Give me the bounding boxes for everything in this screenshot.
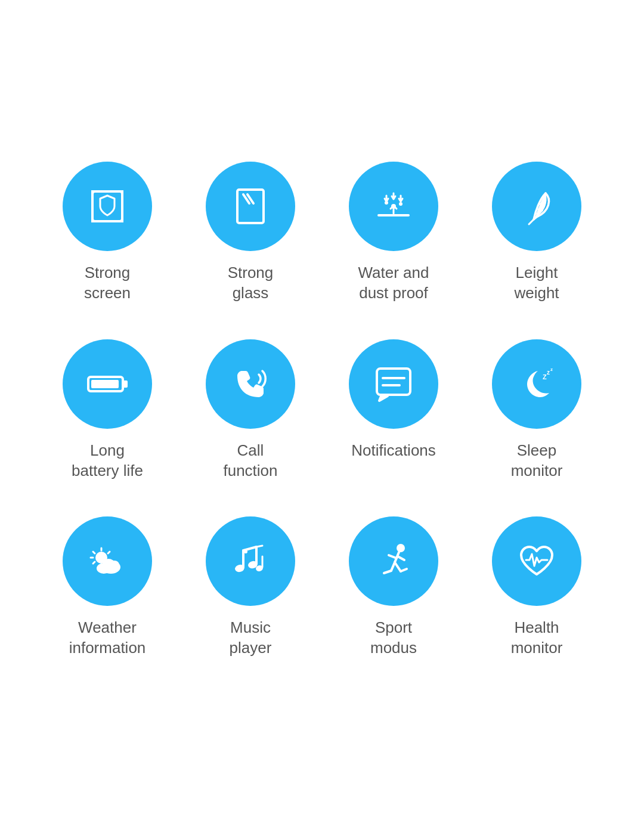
svg-point-7: [399, 202, 402, 206]
feature-notifications: Notifications: [334, 339, 453, 481]
svg-rect-17: [123, 380, 128, 388]
feature-call-function: Call function: [191, 339, 310, 481]
battery-icon-circle: [63, 339, 152, 429]
feature-strong-glass: Strong glass: [191, 162, 310, 304]
svg-point-34: [110, 561, 119, 569]
notifications-icon-circle: [349, 339, 438, 429]
svg-point-43: [244, 550, 247, 553]
music-player-label: Music player: [230, 618, 272, 658]
svg-point-44: [397, 544, 405, 552]
svg-text:z: z: [547, 369, 550, 376]
weather-information-label: Weather information: [69, 618, 146, 658]
long-battery-life-label: Long battery life: [72, 441, 143, 481]
weather-icon-circle: [63, 516, 152, 606]
svg-line-29: [93, 562, 95, 564]
light-weight-icon-circle: [492, 162, 581, 251]
svg-line-12: [529, 219, 534, 224]
svg-line-50: [391, 562, 395, 571]
sleep-icon-circle: Z z z: [492, 339, 581, 429]
sport-icon-circle: [349, 516, 438, 606]
strong-screen-label: Strong screen: [84, 263, 131, 304]
light-weight-label: Leight weight: [514, 263, 559, 304]
svg-rect-19: [377, 369, 410, 395]
strong-glass-icon: [227, 182, 274, 230]
sport-modus-label: Sport modus: [370, 618, 417, 658]
water-dust-proof-icon-circle: [349, 162, 438, 251]
feature-health-monitor: Health monitor: [477, 516, 596, 658]
notifications-icon: [370, 360, 417, 408]
sleep-icon: Z z z: [513, 360, 561, 408]
music-icon-circle: [206, 516, 295, 606]
water-dust-proof-icon: [370, 182, 417, 230]
feature-music-player: Music player: [191, 516, 310, 658]
feature-water-dust-proof: Water and dust proof: [334, 162, 453, 304]
health-icon-circle: [492, 516, 581, 606]
feature-strong-screen: Strong screen: [48, 162, 167, 304]
strong-glass-label: Strong glass: [228, 263, 274, 304]
feature-long-battery-life: Long battery life: [48, 339, 167, 481]
call-function-label: Call function: [223, 441, 277, 481]
svg-text:Z: Z: [543, 373, 547, 380]
svg-line-30: [108, 552, 110, 553]
strong-glass-icon-circle: [206, 162, 295, 251]
music-icon: [227, 537, 274, 585]
water-dust-proof-label: Water and dust proof: [358, 263, 429, 304]
feature-sport-modus: Sport modus: [334, 516, 453, 658]
svg-line-48: [395, 562, 401, 571]
svg-line-49: [401, 569, 407, 571]
sleep-monitor-label: Sleep monitor: [511, 441, 563, 481]
strong-screen-icon-circle: [63, 162, 152, 251]
feature-sleep-monitor: Z z z Sleep monitor: [477, 339, 596, 481]
feature-light-weight: Leight weight: [477, 162, 596, 304]
notifications-label: Notifications: [351, 441, 436, 461]
svg-text:z: z: [550, 367, 553, 372]
call-icon-circle: [206, 339, 295, 429]
svg-rect-1: [237, 190, 264, 223]
weather-icon: [83, 537, 131, 585]
svg-line-47: [389, 555, 397, 558]
features-grid: Strong screen Strong glass: [12, 114, 632, 706]
svg-rect-18: [91, 380, 119, 388]
svg-line-27: [93, 552, 95, 553]
battery-icon: [83, 360, 131, 408]
health-icon: [513, 537, 561, 585]
sport-icon: [370, 537, 417, 585]
feature-weather-information: Weather information: [48, 516, 167, 658]
svg-line-42: [256, 546, 262, 547]
strong-screen-icon: [83, 182, 131, 230]
call-icon: [227, 360, 274, 408]
health-monitor-label: Health monitor: [511, 618, 563, 658]
light-weight-icon: [513, 182, 561, 230]
svg-line-51: [384, 571, 391, 573]
svg-line-46: [398, 556, 404, 560]
